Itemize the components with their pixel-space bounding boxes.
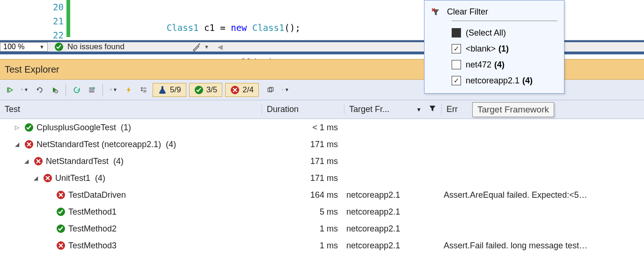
expander-icon[interactable]: ◢ <box>24 158 31 164</box>
filter-opt-label: netcoreapp2.1 <box>466 76 520 86</box>
settings-button[interactable]: ▼ <box>279 83 292 97</box>
test-duration: 5 ms <box>262 207 344 217</box>
test-row[interactable]: TestMethod15 msnetcoreapp2.1 <box>0 203 644 220</box>
summary-total-pill[interactable]: 5/9 <box>153 83 186 97</box>
cancel-button[interactable] <box>49 83 61 97</box>
test-framework: netcoreapp2.1 <box>344 190 442 200</box>
test-duration: 171 ms <box>262 173 344 183</box>
code-area[interactable]: Class1 c1 = new Class1(); Assert.IsNotNu… <box>70 0 300 40</box>
checkbox-icon[interactable] <box>452 76 461 85</box>
filter-opt-blank[interactable]: <blank> (1) <box>452 41 557 57</box>
test-name: UnitTest1 <box>55 173 90 183</box>
filter-opt-label: net472 <box>466 60 491 70</box>
filter-opt-count: (1) <box>498 44 509 54</box>
filter-icon[interactable] <box>428 104 437 115</box>
test-row[interactable]: TestMethod31 msnetcoreapp2.1Assert.Fail … <box>0 237 644 254</box>
test-name: TestMethod3 <box>68 241 117 251</box>
svg-point-10 <box>282 90 283 90</box>
test-name: TestMethod2 <box>68 224 117 234</box>
filter-opt-all[interactable]: (Select All) <box>452 25 557 41</box>
column-header-framework[interactable]: Target Fr... ▼ <box>344 104 442 115</box>
svg-point-3 <box>111 90 112 91</box>
filter-opt-count: (4) <box>494 60 505 70</box>
clear-filter-icon <box>431 7 440 17</box>
separator <box>66 84 66 96</box>
column-header-test[interactable]: Test <box>0 104 262 114</box>
test-row[interactable]: ◢NetStandardTest(4)171 ms <box>0 153 644 170</box>
test-name-cell[interactable]: ◢UnitTest1(4) <box>0 173 262 183</box>
test-name-cell[interactable]: TestDataDriven <box>0 190 262 200</box>
group-by-button[interactable] <box>138 83 150 97</box>
test-duration: 171 ms <box>262 157 344 166</box>
checkbox-icon[interactable] <box>452 60 461 69</box>
summary-pass-pill[interactable]: 3/5 <box>189 83 223 97</box>
flask-icon <box>158 85 167 95</box>
filter-popup[interactable]: Clear Filter (Select All) <blank> (1) ne… <box>424 0 564 94</box>
separator <box>102 84 103 96</box>
x-circle-icon <box>56 190 66 200</box>
svg-rect-4 <box>141 87 142 89</box>
filter-opt-net472[interactable]: net472 (4) <box>452 57 557 73</box>
check-circle-icon <box>56 224 66 233</box>
expander-icon[interactable]: ◢ <box>15 141 22 148</box>
checkbox-icon[interactable] <box>452 44 461 53</box>
test-name-cell[interactable]: ◢NetStandardTest (netcoreapp2.1)(4) <box>0 140 262 149</box>
test-error: Assert.Fail failed. long message test… <box>442 241 644 251</box>
line-number: 20 <box>53 0 64 14</box>
test-name-cell[interactable]: TestMethod3 <box>0 241 262 251</box>
clear-filter-label: Clear Filter <box>447 7 488 17</box>
cleanup-button[interactable]: ▼ ◀ <box>187 42 227 52</box>
issues-text: No issues found <box>67 42 124 52</box>
refresh-button[interactable] <box>71 83 83 97</box>
code-line[interactable]: Class1 c1 = new Class1(); <box>70 21 300 35</box>
zoom-value: 100 % <box>3 43 24 51</box>
x-circle-icon <box>34 157 43 166</box>
debug-lightning-button[interactable] <box>123 83 135 97</box>
column-header-duration[interactable]: Duration <box>262 104 344 114</box>
profile-button[interactable]: ▼ <box>108 83 120 97</box>
chevron-down-icon[interactable]: ▼ <box>416 106 422 113</box>
test-error: Assert.AreEqual failed. Expected:<5… <box>442 190 644 200</box>
test-name-cell[interactable]: ▷CplusplusGoogleTest(1) <box>0 123 262 133</box>
test-duration: 1 ms <box>262 241 344 251</box>
test-name: TestMethod1 <box>68 207 117 217</box>
expander-icon[interactable]: ▷ <box>15 124 22 131</box>
test-tree[interactable]: ▷CplusplusGoogleTest(1)< 1 ms◢NetStandar… <box>0 119 644 276</box>
clear-filter-button[interactable]: Clear Filter <box>431 5 557 21</box>
tooltip-text: Target Framework <box>477 104 549 114</box>
test-row[interactable]: TestDataDriven164 msnetcoreapp2.1Assert.… <box>0 186 644 203</box>
test-row[interactable]: ◢UnitTest1(4)171 ms <box>0 170 644 186</box>
test-name: TestDataDriven <box>68 190 126 200</box>
x-circle-icon <box>56 241 66 250</box>
filter-options: (Select All) <blank> (1) net472 (4) netc… <box>452 21 557 89</box>
windows-button[interactable] <box>264 83 277 97</box>
test-name-cell[interactable]: TestMethod1 <box>0 207 262 217</box>
zoom-select[interactable]: 100 % ▼ <box>0 42 48 52</box>
filter-opt-netcore[interactable]: netcoreapp2.1 (4) <box>452 73 557 89</box>
test-duration: 171 ms <box>262 140 344 149</box>
summary-total-text: 5/9 <box>170 85 181 95</box>
test-name-cell[interactable]: TestMethod2 <box>0 224 262 234</box>
test-name: NetStandardTest <box>46 157 109 166</box>
summary-pass-text: 3/5 <box>206 85 218 95</box>
checkbox-icon[interactable] <box>452 28 461 37</box>
test-duration: 164 ms <box>262 190 344 200</box>
test-duration: < 1 ms <box>262 123 344 133</box>
test-framework: netcoreapp2.1 <box>344 207 442 217</box>
run-all-button[interactable] <box>4 83 16 97</box>
brush-icon <box>192 42 201 52</box>
expander-icon[interactable]: ◢ <box>34 175 40 181</box>
test-row[interactable]: ◢NetStandardTest (netcoreapp2.1)(4)171 m… <box>0 136 644 153</box>
run-button[interactable]: ▼ <box>19 83 31 97</box>
repeat-button[interactable] <box>34 83 46 97</box>
check-circle-icon <box>194 85 204 95</box>
filter-opt-count: (4) <box>522 76 533 86</box>
test-name-cell[interactable]: ◢NetStandardTest(4) <box>0 157 262 166</box>
playlist-button[interactable] <box>86 83 98 97</box>
test-row[interactable]: TestMethod21 msnetcoreapp2.1 <box>0 220 644 237</box>
scroll-left-icon[interactable]: ◀ <box>218 43 223 51</box>
test-row[interactable]: ▷CplusplusGoogleTest(1)< 1 ms <box>0 119 644 136</box>
issues-status[interactable]: No issues found <box>48 42 131 52</box>
summary-fail-pill[interactable]: 2/4 <box>225 83 259 97</box>
filter-opt-label: <blank> <box>466 44 496 54</box>
